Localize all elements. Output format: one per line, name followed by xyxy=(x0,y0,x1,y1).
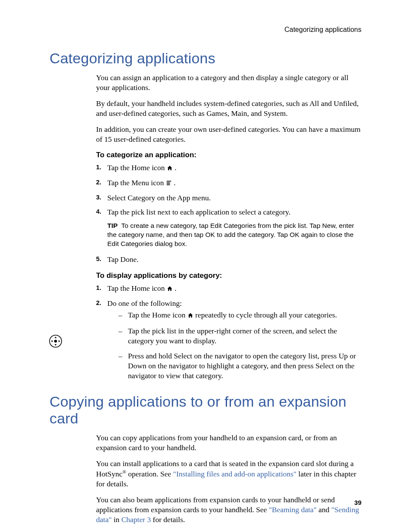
para: You can also beam applications from expa… xyxy=(96,495,361,525)
step-text: Tap the Menu icon . xyxy=(107,178,176,187)
step: 3. Select Category on the App menu. xyxy=(96,193,361,203)
step-marker: 2. xyxy=(96,299,101,307)
dash-list: Tap the Home icon repeatedly to cycle th… xyxy=(118,310,361,381)
text-run: repeatedly to cycle through all your cat… xyxy=(195,311,337,319)
link-installing-files[interactable]: "Installing files and add-on application… xyxy=(173,470,296,478)
step-text: Do one of the following: xyxy=(107,299,182,308)
procedure-steps: 1. Tap the Home icon . 2. Tap the Menu i… xyxy=(96,163,361,217)
menu-icon xyxy=(166,179,172,189)
text-run: . xyxy=(174,178,175,187)
step-marker: 3. xyxy=(96,193,101,202)
para: You can assign an application to a categ… xyxy=(96,73,361,93)
home-icon xyxy=(167,284,173,294)
step: 4. Tap the pick list next to each applic… xyxy=(96,207,361,217)
step-text: Tap the pick list next to each applicati… xyxy=(107,208,290,216)
tip-block: TIP To create a new category, tap Edit C… xyxy=(96,221,361,249)
navigator-icon xyxy=(48,334,63,348)
text-run: and xyxy=(317,505,331,514)
step: 1. Tap the Home icon . xyxy=(96,283,361,294)
procedure2-steps: 1. Tap the Home icon . 2. Do one of the … xyxy=(96,283,361,381)
procedure-title: To categorize an application: xyxy=(96,151,361,159)
step-marker: 4. xyxy=(96,208,101,216)
registered-mark: ® xyxy=(122,469,126,474)
svg-marker-7 xyxy=(55,344,57,346)
text-run: . xyxy=(174,284,176,292)
svg-rect-2 xyxy=(167,184,170,184)
procedure-title: To display applications by category: xyxy=(96,271,361,280)
text-run: operation. See xyxy=(126,470,173,478)
page-number: 39 xyxy=(354,499,361,506)
link-beaming-data[interactable]: "Beaming data" xyxy=(269,505,317,514)
svg-rect-1 xyxy=(167,182,170,183)
tip-label: TIP xyxy=(107,222,118,229)
step-marker: 5. xyxy=(96,255,101,263)
text-run: . xyxy=(174,163,176,172)
list-item: Tap the pick list in the upper-right cor… xyxy=(118,326,361,346)
text-run: Tap the Home icon xyxy=(107,163,167,172)
list-item: Tap the Home icon repeatedly to cycle th… xyxy=(118,310,361,321)
section1-body: You can assign an application to a categ… xyxy=(96,73,361,381)
step-marker: 1. xyxy=(96,163,101,171)
svg-marker-6 xyxy=(55,337,57,339)
document-page: Categorizing applications Categorizing a… xyxy=(0,0,411,532)
section-title-copying: Copying applications to or from an expan… xyxy=(50,393,361,427)
step: 5. Tap Done. xyxy=(96,255,361,264)
svg-point-5 xyxy=(54,340,57,342)
list-item: Press and hold Select on the navigator t… xyxy=(118,351,361,381)
step-text: Tap the Home icon . xyxy=(107,284,177,292)
step-marker: 2. xyxy=(96,178,101,187)
para: You can install applications to a card t… xyxy=(96,459,361,489)
svg-rect-0 xyxy=(167,180,171,181)
section-title-categorizing: Categorizing applications xyxy=(50,50,361,67)
home-icon xyxy=(167,164,173,174)
para: You can copy applications from your hand… xyxy=(96,433,361,453)
link-chapter-3[interactable]: Chapter 3 xyxy=(121,515,151,524)
text-run: Tap the Home icon xyxy=(128,311,187,319)
para: By default, your handheld includes syste… xyxy=(96,99,361,118)
section2-body: You can copy applications from your hand… xyxy=(96,433,361,525)
home-icon xyxy=(187,311,193,321)
step-marker: 1. xyxy=(96,284,101,292)
para: In addition, you can create your own use… xyxy=(96,124,361,144)
text-run: for details. xyxy=(151,515,185,524)
procedure-steps-cont: 5. Tap Done. xyxy=(96,255,361,264)
svg-marker-8 xyxy=(51,340,53,342)
step-text: Tap the Home icon . xyxy=(107,163,177,172)
svg-marker-9 xyxy=(59,340,60,342)
running-header: Categorizing applications xyxy=(50,26,361,34)
step-text: Select Category on the App menu. xyxy=(107,193,211,202)
text-run: in xyxy=(112,515,121,524)
step: 1. Tap the Home icon . xyxy=(96,163,361,174)
step-text: Tap Done. xyxy=(107,255,139,264)
svg-rect-3 xyxy=(167,184,170,185)
text-run: Tap the Home icon xyxy=(107,284,167,292)
tip-text: To create a new category, tap Edit Categ… xyxy=(107,222,354,247)
step: 2. Tap the Menu icon . xyxy=(96,178,361,189)
step: 2. Do one of the following: Tap the Home… xyxy=(96,299,361,381)
text-run: Tap the Menu icon xyxy=(107,178,166,187)
